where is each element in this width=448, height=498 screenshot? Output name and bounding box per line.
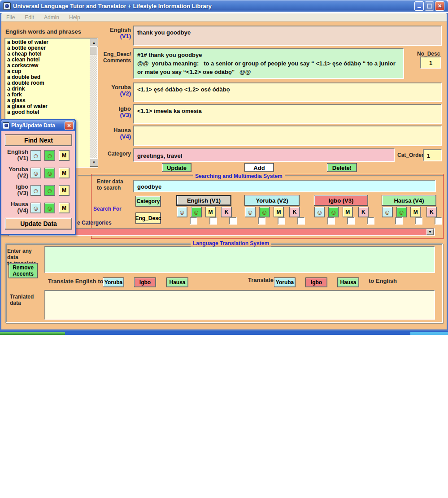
k-button[interactable]: K bbox=[221, 207, 232, 217]
eng-desc-field[interactable]: #1# thank you goodbye @@ yoruba meaning:… bbox=[133, 48, 404, 79]
search-col-hausa-checks bbox=[395, 217, 442, 225]
checkbox[interactable] bbox=[327, 217, 335, 225]
play-voice1-icon[interactable]: ☺ bbox=[245, 207, 256, 217]
k-button[interactable]: K bbox=[358, 207, 369, 217]
menu-help[interactable]: Help bbox=[64, 14, 85, 21]
k-button[interactable]: K bbox=[426, 207, 437, 217]
play-voice2-icon[interactable]: ☺ bbox=[191, 207, 202, 217]
play-voice2-icon[interactable]: ☺ bbox=[328, 207, 339, 217]
m-button[interactable]: M bbox=[59, 203, 70, 213]
checkbox[interactable] bbox=[435, 217, 442, 225]
play-voice1-icon[interactable]: ☺ bbox=[30, 203, 41, 213]
play-voice1-icon[interactable]: ☺ bbox=[382, 207, 393, 217]
cat-order-field[interactable]: 1 bbox=[423, 149, 442, 161]
play-voice1-icon[interactable]: ☺ bbox=[314, 207, 325, 217]
play-voice2-icon[interactable]: ☺ bbox=[259, 207, 270, 217]
scrollbar-thumb[interactable] bbox=[90, 46, 97, 55]
search-col-igbo-button[interactable]: Igbo (V3) bbox=[314, 195, 368, 206]
translate-to-yoruba-button[interactable]: Yoruba bbox=[103, 277, 124, 287]
category-field[interactable]: greetings, travel bbox=[133, 148, 395, 162]
search-section-title: Searching and Multimedia System bbox=[193, 173, 285, 179]
checkbox[interactable] bbox=[190, 217, 197, 225]
play-voice1-icon[interactable]: ☺ bbox=[30, 150, 41, 161]
search-eng-desc-button[interactable]: Eng_Desc bbox=[135, 212, 161, 224]
maximize-button[interactable] bbox=[425, 1, 434, 11]
checkbox[interactable] bbox=[347, 217, 355, 225]
play-voice1-icon[interactable]: ☺ bbox=[30, 168, 41, 178]
m-button[interactable]: M bbox=[274, 207, 284, 217]
m-button[interactable]: M bbox=[343, 207, 353, 217]
m-button[interactable]: M bbox=[205, 207, 216, 217]
search-input[interactable]: goodbye bbox=[133, 180, 436, 192]
translated-output[interactable] bbox=[44, 290, 435, 320]
menu-admin[interactable]: Admin bbox=[39, 14, 64, 21]
translate-from-hausa-button[interactable]: Hausa bbox=[337, 277, 359, 287]
remove-accents-button[interactable]: Remove Accents bbox=[9, 263, 38, 278]
menu-bar: File Edit Admin Help bbox=[1, 13, 447, 22]
search-col-yoruba-button[interactable]: Yoruba (V2) bbox=[244, 195, 300, 206]
translate-from-yoruba-button[interactable]: Yoruba bbox=[274, 277, 296, 287]
checkbox[interactable] bbox=[209, 217, 217, 225]
category-label: Category bbox=[102, 151, 131, 157]
tray-sliver bbox=[410, 332, 448, 335]
translate-to-hausa-button[interactable]: Hausa bbox=[166, 277, 188, 287]
window-titlebar: Universal Language Tutor and Translator … bbox=[0, 0, 448, 12]
translate-from-igbo-button[interactable]: Igbo bbox=[305, 277, 327, 287]
igbo-field[interactable]: <1.1> imeela ka omesia bbox=[133, 104, 442, 124]
search-col-yoruba-minis: ☺ ☺ M K bbox=[245, 207, 300, 217]
delete-button[interactable]: Delete! bbox=[327, 163, 357, 172]
search-category-button[interactable]: Category bbox=[135, 196, 161, 207]
checkbox[interactable] bbox=[297, 217, 305, 225]
menu-edit[interactable]: Edit bbox=[20, 14, 39, 21]
start-button-sliver[interactable] bbox=[0, 332, 65, 335]
search-col-english-button[interactable]: English (V1) bbox=[176, 195, 231, 206]
checkbox[interactable] bbox=[229, 217, 237, 225]
list-item[interactable]: a good hotel bbox=[6, 109, 89, 115]
update-data-button[interactable]: Update Data bbox=[5, 218, 72, 230]
no-desc-field[interactable]: 1 bbox=[420, 56, 441, 69]
scroll-down-icon[interactable]: ▼ bbox=[90, 158, 98, 167]
checkbox[interactable] bbox=[415, 217, 422, 225]
checkbox[interactable] bbox=[367, 217, 374, 225]
english-label: English (V1) bbox=[104, 27, 131, 39]
dialog-row-igbo: Igbo(V3) ☺ ☺ M bbox=[1, 183, 75, 200]
cat-order-label: Cat_Order bbox=[397, 152, 424, 158]
play-voice2-icon[interactable]: ☺ bbox=[44, 203, 55, 213]
add-button[interactable]: Add bbox=[244, 163, 274, 172]
play-voice2-icon[interactable]: ☺ bbox=[44, 168, 55, 178]
taskbar-sliver bbox=[0, 331, 448, 335]
play-update-dialog: Play/Update Data ✕ Find Next English(V1)… bbox=[0, 119, 76, 235]
update-button[interactable]: Update bbox=[162, 163, 191, 172]
translate-input[interactable] bbox=[44, 246, 435, 273]
translate-english-to-label: Translate English to bbox=[48, 278, 104, 285]
to-english-label: to English bbox=[369, 278, 397, 284]
yoruba-field[interactable]: <1.1> ęsé ódàbọ <1.2> osé ódàbọ bbox=[133, 82, 442, 102]
english-field[interactable]: thank you goodbye bbox=[133, 26, 442, 46]
menu-file[interactable]: File bbox=[1, 14, 20, 21]
dropdown-arrow-icon[interactable]: ▼ bbox=[426, 229, 434, 235]
k-button[interactable]: K bbox=[289, 207, 300, 217]
play-voice2-icon[interactable]: ☺ bbox=[44, 150, 55, 161]
hausa-field[interactable] bbox=[133, 126, 442, 146]
play-voice2-icon[interactable]: ☺ bbox=[396, 207, 407, 217]
play-voice1-icon[interactable]: ☺ bbox=[30, 185, 41, 196]
eng-desc-label: Eng_Desc/ Comments bbox=[98, 51, 131, 64]
checkbox[interactable] bbox=[395, 217, 403, 225]
m-button[interactable]: M bbox=[59, 168, 70, 178]
play-voice2-icon[interactable]: ☺ bbox=[44, 185, 55, 196]
translate-to-igbo-button[interactable]: Igbo bbox=[134, 277, 156, 287]
dialog-close-icon[interactable]: ✕ bbox=[65, 121, 74, 130]
checkbox[interactable] bbox=[278, 217, 285, 225]
list-scrollbar[interactable]: ▲ ▼ bbox=[90, 39, 97, 167]
search-col-hausa-button[interactable]: Hausa (V4) bbox=[382, 195, 436, 206]
m-button[interactable]: M bbox=[59, 150, 70, 161]
minimize-button[interactable] bbox=[414, 1, 424, 11]
translate-word-label: Translate bbox=[248, 277, 274, 283]
checkbox[interactable] bbox=[258, 217, 265, 225]
find-next-button[interactable]: Find Next bbox=[5, 134, 72, 146]
play-voice1-icon[interactable]: ☺ bbox=[177, 207, 187, 217]
m-button[interactable]: M bbox=[59, 185, 70, 196]
m-button[interactable]: M bbox=[410, 207, 421, 217]
close-button[interactable]: ✕ bbox=[435, 1, 444, 11]
translated-data-label: Tranlated data bbox=[10, 294, 41, 306]
